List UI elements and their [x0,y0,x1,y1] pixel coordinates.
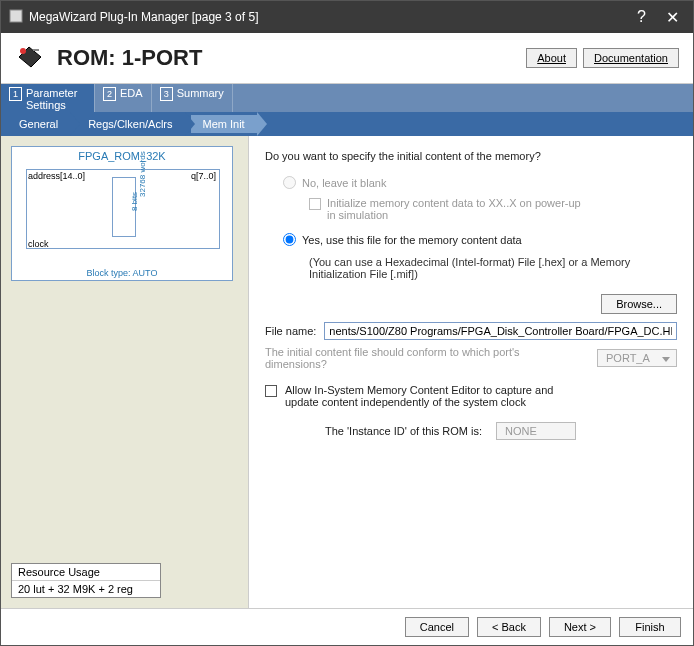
radio-yes-row[interactable]: Yes, use this file for the memory conten… [283,233,677,246]
chevron-right-icon [185,112,195,136]
allow-editor-checkbox[interactable] [265,385,277,397]
next-button[interactable]: Next > [549,617,611,637]
init-xx-checkbox [309,198,321,210]
tab-summary[interactable]: 3 Summary [152,84,233,112]
documentation-button[interactable]: Documentation [583,48,679,68]
subtab-regs[interactable]: Regs/Clken/Aclrs [76,115,184,133]
subtab-mem-init[interactable]: Mem Init [191,115,257,133]
header: ROM: 1-PORT About Documentation [1,33,693,84]
svg-point-2 [20,48,26,54]
filename-input[interactable] [324,322,677,340]
instance-id-value: NONE [496,422,576,440]
svg-rect-3 [33,49,39,51]
finish-button[interactable]: Finish [619,617,681,637]
window-title: MegaWizard Plug-In Manager [page 3 of 5] [29,10,258,24]
footer: Cancel < Back Next > Finish [1,608,693,645]
wizard-icon [15,43,45,73]
port-select-value: PORT_A [606,352,650,364]
tab-parameter-settings[interactable]: 1 Parameter Settings [1,84,95,112]
chevron-right-icon [257,112,267,136]
block-type-label: Block type: AUTO [12,268,232,278]
resource-value: 20 lut + 32 M9K + 2 reg [12,581,160,597]
pin-clock: clock [28,239,49,249]
resource-usage-box: Resource Usage 20 lut + 32 M9K + 2 reg [11,563,161,598]
allow-editor-label: Allow In-System Memory Content Editor to… [285,384,585,408]
app-icon [9,9,23,26]
tab-eda[interactable]: 2 EDA [95,84,152,112]
radio-no[interactable] [283,176,296,189]
page-title: ROM: 1-PORT [57,45,202,71]
left-panel: FPGA_ROM_32K address[14..0] q[7..0] cloc… [1,136,249,608]
right-panel: Do you want to specify the initial conte… [249,136,693,608]
radio-no-label: No, leave it blank [302,177,386,189]
wizard-window: MegaWizard Plug-In Manager [page 3 of 5]… [0,0,694,646]
schematic-preview: FPGA_ROM_32K address[14..0] q[7..0] cloc… [11,146,233,281]
pin-q: q[7..0] [191,171,216,181]
instance-id-label: The 'Instance ID' of this ROM is: [325,425,482,437]
sub-tabs: General Regs/Clken/Aclrs Mem Init [1,112,693,136]
port-select: PORT_A [597,349,677,367]
back-button[interactable]: < Back [477,617,541,637]
help-icon[interactable]: ? [637,8,646,27]
file-format-hint: (You can use a Hexadecimal (Intel-format… [309,256,649,280]
radio-yes-label: Yes, use this file for the memory conten… [302,234,522,246]
resource-title: Resource Usage [12,564,160,581]
radio-no-row[interactable]: No, leave it blank [283,176,677,189]
init-xx-checkbox-row: Initialize memory content data to XX..X … [309,197,677,221]
port-question: The initial content file should conform … [265,346,535,370]
browse-button[interactable]: Browse... [601,294,677,314]
titlebar: MegaWizard Plug-In Manager [page 3 of 5]… [1,1,693,33]
filename-label: File name: [265,325,316,337]
body: FPGA_ROM_32K address[14..0] q[7..0] cloc… [1,136,693,608]
subtab-general[interactable]: General [7,115,70,133]
radio-yes[interactable] [283,233,296,246]
mem-words-label: 32768 words [138,151,147,197]
module-name: FPGA_ROM_32K [12,147,232,162]
init-xx-label: Initialize memory content data to XX..X … [327,197,587,221]
about-button[interactable]: About [526,48,577,68]
init-content-question: Do you want to specify the initial conte… [265,150,677,162]
close-icon[interactable]: ✕ [666,8,679,27]
svg-rect-0 [10,10,22,22]
main-tabs: 1 Parameter Settings 2 EDA 3 Summary [1,84,693,112]
cancel-button[interactable]: Cancel [405,617,469,637]
chevron-right-icon [70,112,80,136]
pin-address: address[14..0] [28,171,85,181]
